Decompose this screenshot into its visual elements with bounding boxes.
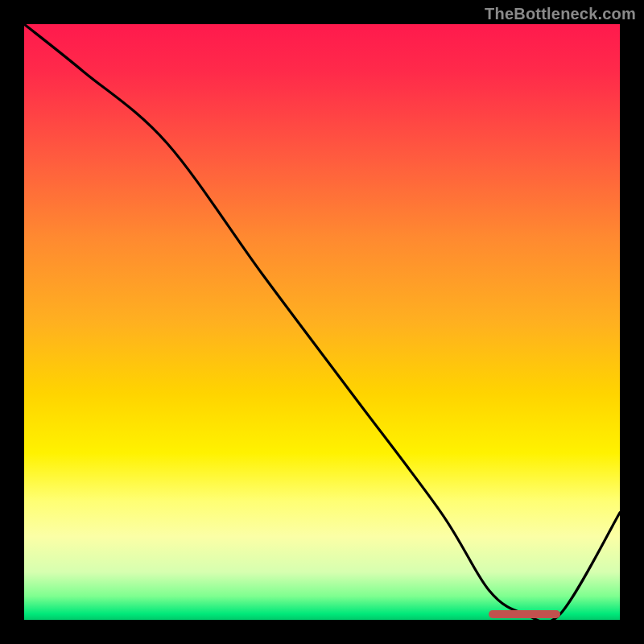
- watermark-text: TheBottleneck.com: [485, 5, 636, 23]
- plot-area: [24, 24, 620, 620]
- optimal-range-marker: [489, 610, 560, 618]
- chart-stage: TheBottleneck.com: [0, 0, 644, 644]
